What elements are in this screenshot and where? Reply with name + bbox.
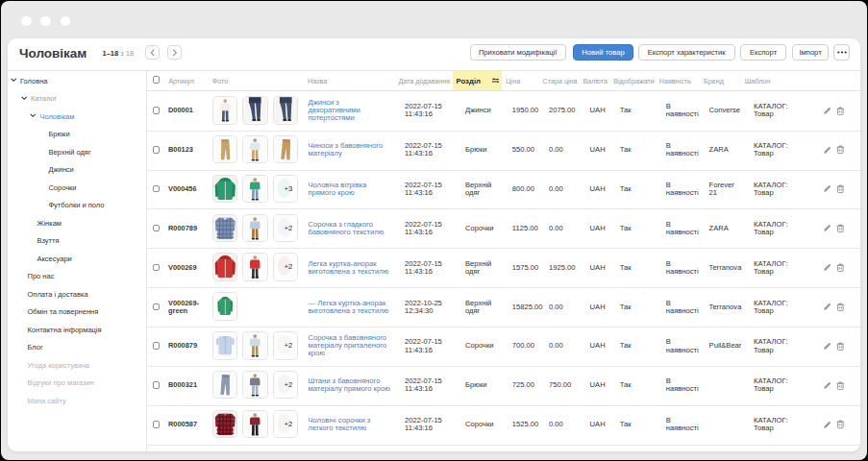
svg-text:+2: +2 — [284, 263, 292, 272]
svg-text:+2: +2 — [284, 341, 292, 350]
svg-text:+2: +2 — [284, 420, 292, 428]
svg-text:+2: +2 — [284, 380, 292, 389]
svg-text:+2: +2 — [284, 224, 292, 232]
svg-text:+3: +3 — [284, 184, 292, 193]
